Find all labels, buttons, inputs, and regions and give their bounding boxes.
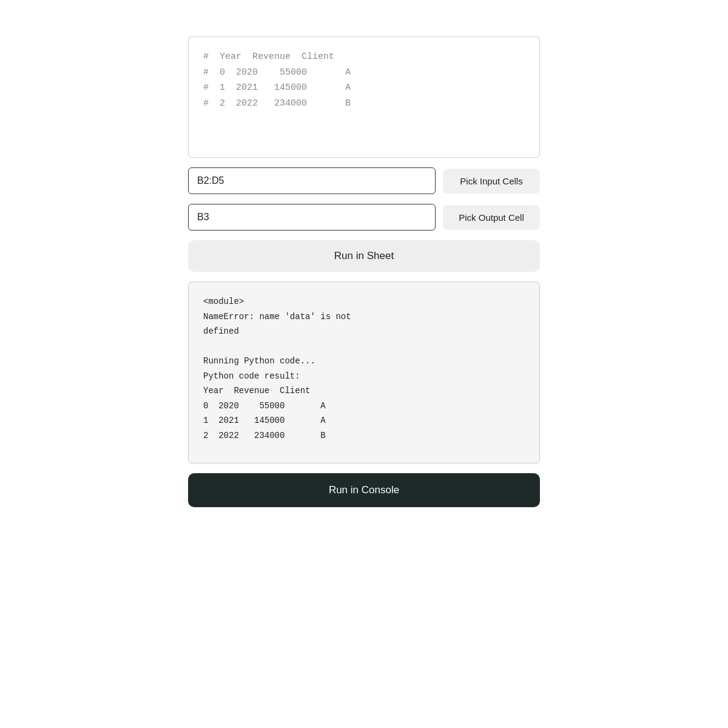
- output-console-box: <module> NameError: name 'data' is not d…: [188, 281, 540, 463]
- output-cell-field[interactable]: [188, 204, 436, 231]
- input-cells-row: Pick Input Cells: [188, 167, 540, 194]
- output-cell-row: Pick Output Cell: [188, 204, 540, 231]
- main-container: # Year Revenue Client # 0 2020 55000 A #…: [188, 36, 540, 507]
- pick-input-cells-button[interactable]: Pick Input Cells: [443, 169, 540, 194]
- input-cells-field[interactable]: [188, 167, 436, 194]
- run-in-console-button[interactable]: Run in Console: [188, 473, 540, 507]
- pick-output-cell-button[interactable]: Pick Output Cell: [443, 205, 540, 230]
- data-preview-box: # Year Revenue Client # 0 2020 55000 A #…: [188, 36, 540, 158]
- data-preview-text: # Year Revenue Client # 0 2020 55000 A #…: [203, 49, 525, 111]
- run-in-sheet-button[interactable]: Run in Sheet: [188, 240, 540, 272]
- output-console-text: <module> NameError: name 'data' is not d…: [203, 294, 525, 443]
